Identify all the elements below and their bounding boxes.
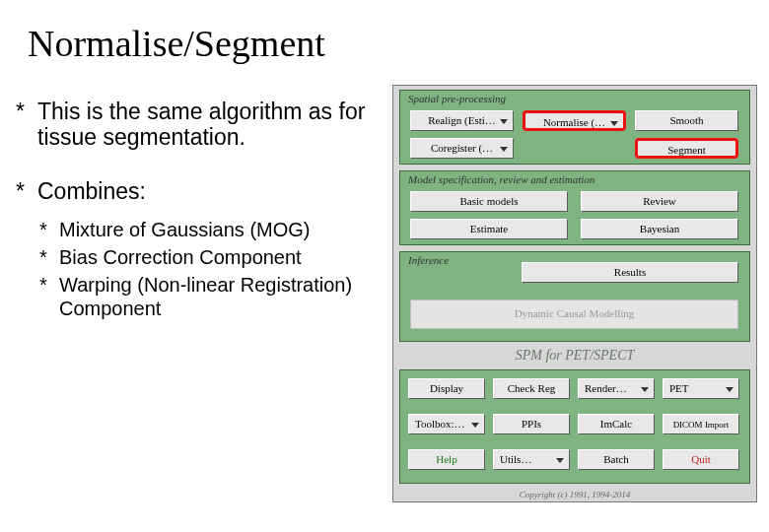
quit-button[interactable]: Quit — [663, 449, 739, 470]
segment-button[interactable]: Segment — [635, 138, 738, 159]
section-model: Model specification, review and estimati… — [399, 170, 750, 245]
smooth-button[interactable]: Smooth — [635, 110, 738, 131]
normalise-button[interactable]: Normalise (… — [523, 110, 626, 131]
bullet-content: This is the same algorithm as for tissue… — [10, 99, 384, 348]
realign-button[interactable]: Realign (Esti… — [410, 110, 514, 131]
page-title: Normalise/Segment — [28, 22, 325, 65]
copyright-label: Copyright (c) 1991, 1994-2014 — [393, 490, 756, 499]
check-reg-button[interactable]: Check Reg — [493, 378, 570, 399]
coregister-button[interactable]: Coregister (… — [410, 138, 514, 159]
section-inference-label: Inference — [408, 254, 449, 266]
section-model-label: Model specification, review and estimati… — [408, 173, 594, 185]
display-button[interactable]: Display — [408, 378, 485, 399]
section-spatial: Spatial pre-processing Realign (Esti… No… — [399, 90, 750, 165]
section-inference: Inference Results Dynamic Causal Modelli… — [399, 251, 750, 342]
review-button[interactable]: Review — [581, 191, 738, 212]
dcm-button[interactable]: Dynamic Causal Modelling — [410, 299, 738, 329]
toolbox-button[interactable]: Toolbox:… — [408, 414, 485, 434]
spm-panel: Spatial pre-processing Realign (Esti… No… — [392, 85, 757, 502]
imcalc-button[interactable]: ImCalc — [578, 414, 655, 434]
utils-button[interactable]: Utils… — [493, 449, 570, 470]
bullet-1: This is the same algorithm as for tissue… — [10, 99, 384, 151]
spm-label: SPM for PET/SPECT — [393, 348, 756, 364]
section-spatial-label: Spatial pre-processing — [408, 93, 506, 104]
render-button[interactable]: Render… — [578, 378, 655, 399]
results-button[interactable]: Results — [522, 262, 738, 283]
dicom-button[interactable]: DICOM Import — [663, 414, 739, 434]
subbullet-1: Mixture of Gaussians (MOG) — [37, 218, 384, 241]
bayesian-button[interactable]: Bayesian — [581, 219, 738, 239]
basic-models-button[interactable]: Basic models — [410, 191, 568, 212]
subbullet-2: Bias Correction Component — [37, 245, 384, 269]
estimate-button[interactable]: Estimate — [410, 219, 568, 239]
section-tools: Display Check Reg Render… PET Toolbox:… … — [399, 369, 750, 484]
help-button[interactable]: Help — [408, 449, 485, 470]
bullet-2-label: Combines: — [37, 178, 146, 204]
batch-button[interactable]: Batch — [578, 449, 655, 470]
bullet-2: Combines: Mixture of Gaussians (MOG) Bia… — [10, 178, 384, 320]
subbullet-3: Warping (Non-linear Registration) Compon… — [37, 273, 384, 320]
ppis-button[interactable]: PPIs — [493, 414, 570, 434]
modality-select[interactable]: PET — [663, 378, 739, 399]
